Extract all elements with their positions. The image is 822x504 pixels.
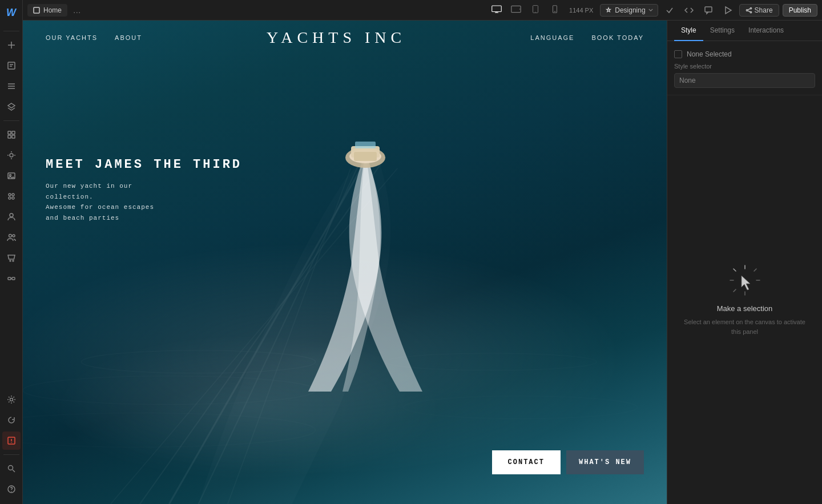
site-title: YACHTS INC xyxy=(142,29,530,47)
tab-interactions[interactable]: Interactions xyxy=(742,21,791,41)
canvas-area[interactable]: OUR YACHTS ABOUT YACHTS INC LANGUAGE BOO… xyxy=(23,21,667,504)
svg-point-35 xyxy=(11,491,11,491)
hero-section: MEET JAMES THE THIRD Our new yacht in ou… xyxy=(46,158,242,224)
mobile-viewport[interactable] xyxy=(547,4,562,17)
add-icon[interactable] xyxy=(2,36,21,54)
cursor-rays-icon xyxy=(728,263,762,297)
svg-point-22 xyxy=(13,235,15,237)
website-preview: OUR YACHTS ABOUT YACHTS INC LANGUAGE BOO… xyxy=(23,21,667,504)
apps-icon[interactable] xyxy=(2,187,21,205)
hero-headline: MEET JAMES THE THIRD xyxy=(46,158,242,172)
cursor-icon-wrapper xyxy=(728,263,762,297)
svg-rect-26 xyxy=(12,277,15,280)
svg-point-19 xyxy=(12,197,14,199)
menu-icon[interactable] xyxy=(2,77,21,95)
svg-marker-47 xyxy=(726,7,731,14)
publish-button[interactable]: Publish xyxy=(783,4,817,17)
main-area: Home ... 1144 PX Designing xyxy=(23,0,822,504)
svg-rect-62 xyxy=(354,152,377,161)
home-tab[interactable]: Home xyxy=(27,4,67,17)
update-icon[interactable] xyxy=(2,411,21,429)
px-label: 1144 PX xyxy=(569,7,593,14)
top-bar: Home ... 1144 PX Designing xyxy=(23,0,822,21)
svg-rect-12 xyxy=(12,135,15,138)
svg-rect-9 xyxy=(8,131,11,134)
nav-left: OUR YACHTS ABOUT xyxy=(46,34,142,41)
pages-icon[interactable] xyxy=(2,57,21,75)
svg-point-21 xyxy=(9,235,11,237)
shop-icon[interactable] xyxy=(2,249,21,267)
none-selected-section: None Selected Style selector None xyxy=(667,41,822,95)
svg-point-23 xyxy=(10,260,11,261)
svg-rect-61 xyxy=(355,142,376,148)
svg-line-52 xyxy=(747,10,750,11)
right-panel: Style Settings Interactions None Selecte… xyxy=(667,21,822,504)
svg-line-67 xyxy=(734,269,736,271)
svg-point-57 xyxy=(404,396,638,419)
search-icon[interactable] xyxy=(2,459,21,478)
svg-point-41 xyxy=(519,9,521,10)
desktop-viewport[interactable] xyxy=(489,4,504,17)
svg-rect-2 xyxy=(8,62,15,69)
preview-icon-button[interactable] xyxy=(720,2,736,18)
make-selection-desc: Select an element on the canvas to activ… xyxy=(679,317,811,336)
app-logo[interactable]: W xyxy=(3,5,19,21)
media-icon[interactable] xyxy=(2,167,21,185)
nav-book-today[interactable]: BOOK TODAY xyxy=(591,34,644,41)
svg-point-13 xyxy=(10,154,13,157)
svg-rect-25 xyxy=(8,277,11,280)
code-icon-button[interactable] xyxy=(681,2,697,18)
svg-line-51 xyxy=(747,9,750,10)
style-selector-input[interactable]: None xyxy=(674,73,815,88)
integrations-icon[interactable] xyxy=(2,269,21,288)
nav-language[interactable]: LANGUAGE xyxy=(530,34,574,41)
nav-right: LANGUAGE BOOK TODAY xyxy=(530,34,644,41)
hero-body: Our new yacht in our collection. Awesome… xyxy=(46,181,160,224)
whats-new-button[interactable]: WHAT'S NEW xyxy=(566,450,644,474)
nav-about[interactable]: ABOUT xyxy=(115,34,142,41)
svg-point-32 xyxy=(8,466,13,470)
contact-icon[interactable] xyxy=(2,208,21,226)
svg-point-48 xyxy=(750,7,752,9)
mode-button[interactable]: Designing xyxy=(600,4,658,17)
sidebar-bottom xyxy=(2,389,21,499)
svg-rect-37 xyxy=(492,6,502,12)
sidebar-divider-2 xyxy=(3,120,19,121)
none-selected-checkbox[interactable] xyxy=(674,50,682,58)
components-icon[interactable] xyxy=(2,146,21,164)
svg-point-24 xyxy=(13,260,14,261)
svg-rect-36 xyxy=(34,7,39,13)
cta-buttons: CONTACT WHAT'S NEW xyxy=(492,450,644,474)
sidebar-divider-1 xyxy=(3,31,19,31)
svg-line-68 xyxy=(754,269,756,271)
svg-point-18 xyxy=(9,197,11,199)
layers-icon[interactable] xyxy=(2,98,21,116)
elements-icon[interactable] xyxy=(2,126,21,144)
none-selected-label: None Selected xyxy=(687,50,732,58)
tablet-landscape-viewport[interactable] xyxy=(509,4,523,17)
settings-icon[interactable] xyxy=(2,390,21,409)
svg-point-50 xyxy=(750,11,752,13)
team-icon[interactable] xyxy=(2,228,21,247)
check-icon-button[interactable] xyxy=(662,2,678,18)
share-button[interactable]: Share xyxy=(739,4,779,17)
tab-style[interactable]: Style xyxy=(674,21,703,41)
svg-point-31 xyxy=(11,442,12,443)
svg-point-49 xyxy=(746,9,748,11)
more-button[interactable]: ... xyxy=(70,5,84,15)
error-icon[interactable] xyxy=(2,432,21,450)
contact-button[interactable]: CONTACT xyxy=(492,450,561,474)
top-bar-right: Designing Share Publish xyxy=(600,2,817,18)
panel-tabs: Style Settings Interactions xyxy=(667,21,822,41)
comment-icon-button[interactable] xyxy=(700,2,716,18)
svg-point-17 xyxy=(12,193,14,196)
yacht-svg xyxy=(263,106,468,392)
svg-point-20 xyxy=(10,213,13,217)
viewport-controls xyxy=(489,4,562,17)
svg-rect-11 xyxy=(8,135,11,138)
tab-settings[interactable]: Settings xyxy=(703,21,742,41)
tablet-portrait-viewport[interactable] xyxy=(528,4,543,17)
help-icon[interactable] xyxy=(2,480,21,498)
nav-our-yachts[interactable]: OUR YACHTS xyxy=(46,34,98,41)
svg-line-69 xyxy=(734,289,736,292)
